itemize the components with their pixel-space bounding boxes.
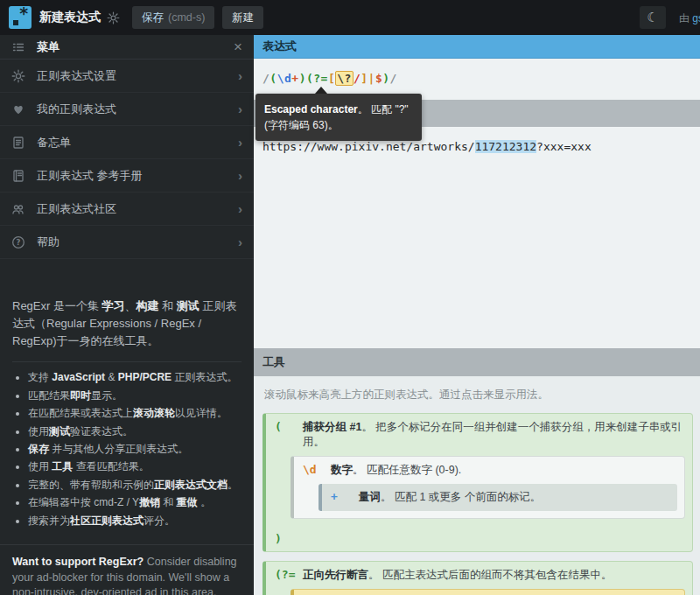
sidebar-item-label: 帮助 — [37, 234, 238, 250]
about-text: RegExr 是一个集 学习、构建 和 测试 正则表达式（Regular Exp… — [12, 298, 242, 350]
tools-header: 工具 — [254, 348, 700, 376]
logo-asterisk: * — [19, 4, 29, 23]
explain-block-capture-group: ( 捕获分组 #1。 把多个标记分在同一组并创建一个捕获分组，用来创建子串或引用… — [262, 413, 693, 552]
token-close-paren: ) — [275, 532, 298, 545]
token-tooltip: Escaped character。 匹配 "?" (字符编码 63)。 — [256, 94, 422, 141]
menu-header: 菜单 × — [0, 35, 254, 60]
moon-icon: ☾ — [647, 10, 658, 25]
page-title: 新建表达式 — [39, 10, 101, 25]
author-link[interactable]: gskin — [692, 12, 700, 24]
sidebar-item-help[interactable]: ? 帮助 › — [0, 226, 254, 259]
explain-row-quantifier[interactable]: + 量词。 匹配 1 或更多 个前面的标记。 — [322, 484, 677, 511]
match-highlight: 117212312 — [475, 140, 536, 153]
chevron-right-icon: › — [238, 201, 242, 216]
divider — [12, 361, 242, 362]
explain-block-digit: \d 数字。 匹配任意数字 (0-9). + 量词。 匹配 1 或更多 个前面的… — [290, 456, 685, 519]
explain-text: 正向先行断言。 匹配主表达式后面的组而不将其包含在结果中。 — [303, 568, 612, 583]
save-shortcut: (cmd-s) — [168, 11, 205, 24]
menu-list-icon — [11, 40, 25, 54]
menu-title: 菜单 — [37, 39, 234, 55]
text-after-match: ?xxx=xxx — [536, 140, 592, 153]
sidebar-item-label: 备忘单 — [37, 135, 238, 150]
explain-row-digit[interactable]: \d 数字。 匹配任意数字 (0-9). — [294, 457, 684, 484]
main-panel: 表达式 /(\d+)(?=[\?/]|$)/ 文本 https://www.pi… — [254, 35, 700, 595]
explain-panel: 滚动鼠标来高亮上方的正则表达式。通过点击来显示用法。 ( 捕获分组 #1。 把多… — [254, 376, 700, 595]
sidebar-item-label: 正则表达式 参考手册 — [37, 168, 238, 184]
by-label: 由 — [679, 12, 692, 24]
feature-item: 在匹配结果或表达式上滚动滚轮以见详情。 — [28, 406, 242, 421]
sidebar-info: RegExr 是一个集 学习、构建 和 测试 正则表达式（Regular Exp… — [0, 298, 254, 531]
explain-row-group-close[interactable]: ) — [266, 526, 692, 551]
sidebar-item-favorites[interactable]: 我的正则表达式 › — [0, 93, 254, 126]
explain-block-quantifier: + 量词。 匹配 1 或更多 个前面的标记。 — [318, 484, 677, 511]
new-button[interactable]: 新建 — [222, 6, 263, 29]
chevron-right-icon: › — [238, 135, 242, 150]
dark-mode-toggle[interactable]: ☾ — [640, 6, 666, 29]
expression-header: 表达式 — [254, 35, 700, 59]
sidebar-item-reference[interactable]: 正则表达式 参考手册 › — [0, 159, 254, 192]
sidebar-item-cheatsheet[interactable]: 备忘单 › — [0, 126, 254, 159]
sidebar-item-label: 正则表达式设置 — [37, 68, 238, 84]
byline: 由 gskin — [679, 11, 700, 26]
explain-text: 量词。 匹配 1 或更多 个前面的标记。 — [359, 490, 541, 505]
top-bar: * 新建表达式 保存 (cmd-s) 新建 ☾ 由 gskin — [0, 0, 700, 35]
sidebar-item-community[interactable]: 正则表达式社区 › — [0, 192, 254, 226]
tooltip-title: Escaped character — [264, 103, 358, 116]
expression-header-label: 表达式 — [262, 38, 297, 54]
sidebar-item-label: 正则表达式社区 — [37, 201, 238, 217]
chevron-right-icon: › — [238, 168, 242, 183]
token-lookahead: (?= — [275, 568, 298, 581]
new-label: 新建 — [232, 10, 254, 25]
community-icon — [11, 202, 25, 216]
feature-item: 在编辑器中按 cmd-Z / Y撤销 和 重做 。 — [28, 495, 242, 510]
explain-text: 数字。 匹配任意数字 (0-9). — [331, 463, 461, 478]
token-plus: + — [331, 490, 354, 503]
explain-hint: 滚动鼠标来高亮上方的正则表达式。通过点击来显示用法。 — [264, 388, 693, 402]
close-icon[interactable]: × — [234, 39, 242, 54]
help-icon: ? — [11, 235, 25, 249]
ad-title: Want to support RegExr? — [12, 556, 144, 568]
sidebar: 菜单 × 正则表达式设置 › 我的正则表达式 › 备忘单 › — [0, 35, 254, 595]
tools-header-label: 工具 — [262, 354, 285, 370]
test-text-input[interactable]: https://www.pixiv.net/artworks/117212312… — [254, 127, 700, 348]
expression-value: /(\d+)(?=[\?/]|$)/ — [262, 71, 397, 86]
feature-list: 支持 JavaScript & PHP/PCRE 正则表达式。 匹配结果即时显示… — [28, 370, 242, 528]
sidebar-item-settings[interactable]: 正则表达式设置 › — [0, 60, 254, 93]
explain-row-group-open[interactable]: ( 捕获分组 #1。 把多个标记分在同一组并创建一个捕获分组，用来创建子串或引用… — [266, 414, 692, 456]
feature-item: 支持 JavaScript & PHP/PCRE 正则表达式。 — [28, 370, 242, 385]
book-icon — [11, 169, 25, 183]
feature-item: 使用 工具 查看匹配结果。 — [28, 459, 242, 474]
regexr-app: * 新建表达式 保存 (cmd-s) 新建 ☾ 由 gskin 菜单 × — [0, 0, 700, 595]
token-digit: \d — [303, 463, 326, 476]
text-before-match: https://www.pixiv.net/artworks/ — [262, 140, 475, 153]
svg-text:?: ? — [17, 238, 21, 247]
feature-item: 完整的、带有帮助和示例的正则表达式文档。 — [28, 478, 242, 493]
feature-item: 匹配结果即时显示。 — [28, 388, 242, 403]
token-open-paren: ( — [275, 420, 298, 433]
gear-icon — [11, 69, 25, 83]
heart-icon — [11, 102, 25, 116]
explain-row-charset[interactable]: [ 字符集。 匹配集合中的任何字符。 — [294, 590, 684, 595]
cheatsheet-icon — [11, 136, 25, 150]
feature-item: 保存 并与其他人分享正则表达式。 — [28, 442, 242, 457]
save-label: 保存 — [142, 10, 164, 25]
explain-text: 捕获分组 #1。 把多个标记分在同一组并创建一个捕获分组，用来创建子串或引用。 — [303, 420, 683, 450]
chevron-right-icon: › — [238, 234, 242, 249]
ad-support-notice: Want to support RegExr? Consider disabli… — [0, 544, 254, 595]
sidebar-item-label: 我的正则表达式 — [37, 102, 238, 117]
feature-item: 使用测试验证表达式。 — [28, 424, 242, 439]
chevron-right-icon: › — [238, 102, 242, 116]
feature-item: 搜索并为社区正则表达式评分。 — [28, 514, 242, 528]
tooltip-caret — [315, 87, 327, 94]
regexr-logo-icon[interactable]: * — [9, 6, 32, 29]
save-button[interactable]: 保存 (cmd-s) — [132, 6, 214, 29]
chevron-right-icon: › — [238, 68, 242, 83]
explain-block-charset: [ 字符集。 匹配集合中的任何字符。 \? Escaped character。… — [290, 589, 685, 595]
logo-dot — [13, 20, 18, 25]
explain-block-lookahead: (?= 正向先行断言。 匹配主表达式后面的组而不将其包含在结果中。 [ 字符集。… — [262, 561, 693, 595]
expression-settings-gear-icon[interactable] — [107, 11, 120, 24]
explain-row-lookahead[interactable]: (?= 正向先行断言。 匹配主表达式后面的组而不将其包含在结果中。 — [266, 562, 692, 589]
